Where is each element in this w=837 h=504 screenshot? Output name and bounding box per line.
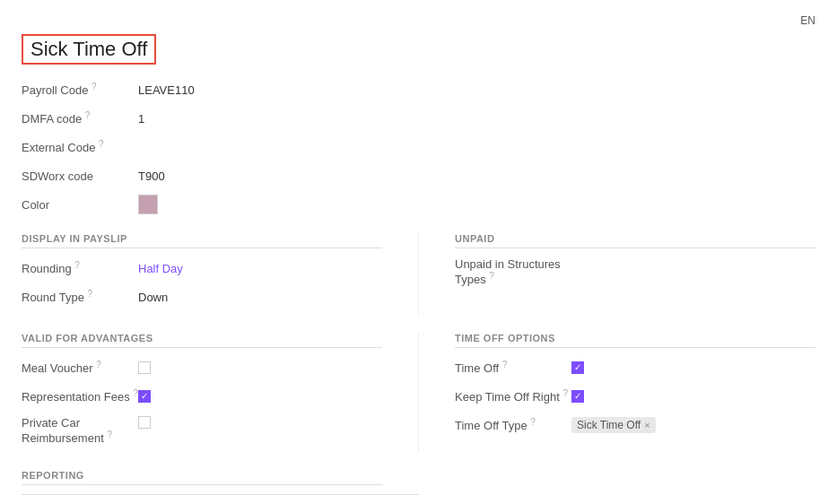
unpaid-structures-row: Unpaid in Structures Types ? xyxy=(455,257,815,286)
dmfa-code-row: DMFA code ? 1 xyxy=(22,108,815,129)
time-off-checkbox[interactable] xyxy=(571,361,584,374)
time-off-type-tag[interactable]: Sick Time Off × xyxy=(571,417,656,433)
payroll-code-value: LEAVE110 xyxy=(138,83,195,97)
valid-for-advantages-title: VALID FOR ADVANTAGES xyxy=(22,333,382,348)
private-car-checkbox[interactable] xyxy=(138,416,151,429)
page-title: Sick Time Off xyxy=(22,34,156,65)
valid-for-advantages-section: VALID FOR ADVANTAGES Meal Voucher ? Repr… xyxy=(22,333,419,452)
display-in-payslip-section: DISPLAY IN PAYSLIP Rounding ? Half Day R… xyxy=(22,233,419,315)
payroll-code-label: Payroll Code ? xyxy=(22,82,138,97)
meal-voucher-label: Meal Voucher ? xyxy=(22,360,138,375)
rounding-label: Rounding ? xyxy=(22,260,138,275)
private-car-label: Private Car Reimbursement ? xyxy=(22,414,138,445)
payroll-code-row: Payroll Code ? LEAVE110 xyxy=(22,79,815,100)
keep-time-off-right-label: Keep Time Off Right ? xyxy=(455,388,571,404)
representation-fees-row: Representation Fees ? xyxy=(22,386,382,407)
round-type-row: Round Type ? Down xyxy=(22,286,382,308)
rounding-row: Rounding ? Half Day xyxy=(22,257,382,279)
private-car-row: Private Car Reimbursement ? xyxy=(22,414,382,445)
sdworx-code-value: T900 xyxy=(138,169,165,183)
round-type-label: Round Type ? xyxy=(22,289,138,304)
color-row: Color xyxy=(22,194,815,215)
unpaid-section: UNPAID Unpaid in Structures Types ? xyxy=(419,233,815,315)
meal-voucher-row: Meal Voucher ? xyxy=(22,357,382,378)
time-off-options-section: TIME OFF OPTIONS Time Off ? Keep Time Of… xyxy=(419,333,815,452)
rounding-value: Half Day xyxy=(138,262,183,275)
display-in-payslip-title: DISPLAY IN PAYSLIP xyxy=(22,233,382,248)
sdworx-code-label: SDWorx code xyxy=(22,169,138,183)
color-swatch[interactable] xyxy=(138,195,158,214)
dmfa-code-value: 1 xyxy=(138,112,144,126)
keep-time-off-right-checkbox[interactable] xyxy=(571,390,584,403)
time-off-label: Time Off ? xyxy=(455,360,571,375)
time-off-row: Time Off ? xyxy=(455,357,815,378)
time-off-type-tag-label: Sick Time Off xyxy=(577,419,641,431)
representation-fees-label: Representation Fees ? xyxy=(22,388,138,404)
dmfa-code-label: DMFA code ? xyxy=(22,110,138,126)
meal-voucher-checkbox[interactable] xyxy=(138,361,151,374)
time-off-type-label: Time Off Type ? xyxy=(455,417,571,432)
lang-label: EN xyxy=(800,14,815,27)
unpaid-title: UNPAID xyxy=(455,233,815,248)
time-off-type-tag-close[interactable]: × xyxy=(644,420,650,430)
external-code-row: External Code ? xyxy=(22,136,815,158)
time-off-type-row: Time Off Type ? Sick Time Off × xyxy=(455,414,815,436)
keep-time-off-right-row: Keep Time Off Right ? xyxy=(455,386,815,407)
representation-fees-checkbox[interactable] xyxy=(138,390,151,403)
sdworx-code-row: SDWorx code T900 xyxy=(22,165,815,187)
external-code-label: External Code ? xyxy=(22,139,138,154)
color-label: Color xyxy=(22,198,138,212)
time-off-options-title: TIME OFF OPTIONS xyxy=(455,333,815,348)
unpaid-structures-label: Unpaid in Structures Types ? xyxy=(455,257,571,286)
round-type-value: Down xyxy=(138,291,168,304)
reporting-title: REPORTING xyxy=(22,470,383,485)
